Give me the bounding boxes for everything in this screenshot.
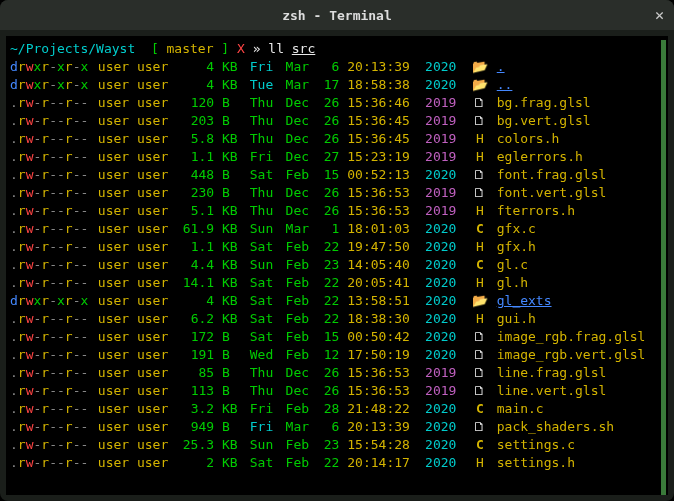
file-name: line.vert.glsl [497,382,607,400]
permissions: .rw-r--r-- [10,130,90,148]
size: 1.1 [176,148,214,166]
list-item: .rw-r--r-- user user 203 B Thu Dec 26 15… [10,112,664,130]
size: 448 [176,166,214,184]
year: 2020 [425,238,463,256]
size: 25.3 [176,436,214,454]
month: Dec [286,184,314,202]
time: 21:48:22 [347,400,417,418]
permissions: .rw-r--r-- [10,328,90,346]
file-type-icon: 📂 [471,292,489,310]
size-unit: KB [222,310,242,328]
weekday: Fri [250,148,278,166]
time: 13:58:51 [347,292,417,310]
group: user [137,256,168,274]
size-unit: B [222,346,242,364]
prompt-cmd: ll [268,41,284,56]
size-unit: KB [222,202,242,220]
permissions: .rw-r--r-- [10,148,90,166]
size: 230 [176,184,214,202]
size: 61.9 [176,220,214,238]
file-type-icon: 🗋 [471,184,489,202]
year: 2020 [425,292,463,310]
size-unit: KB [222,220,242,238]
weekday: Fri [250,418,278,436]
owner: user [98,76,129,94]
year: 2019 [425,94,463,112]
time: 15:36:53 [347,382,417,400]
size: 3.2 [176,400,214,418]
owner: user [98,238,129,256]
month: Dec [286,202,314,220]
size: 191 [176,346,214,364]
permissions: .rw-r--r-- [10,274,90,292]
group: user [137,184,168,202]
file-name: settings.h [497,454,575,472]
day: 26 [321,184,339,202]
year: 2020 [425,454,463,472]
size-unit: B [222,166,242,184]
list-item: drwxr-xr-x user user 4 KB Sat Feb 22 13:… [10,292,664,310]
file-type-icon: 🗋 [471,112,489,130]
owner: user [98,382,129,400]
file-name: gfx.c [497,220,536,238]
month: Feb [286,454,314,472]
month: Dec [286,94,314,112]
permissions: .rw-r--r-- [10,382,90,400]
size-unit: B [222,112,242,130]
group: user [137,238,168,256]
day: 27 [321,148,339,166]
day: 26 [321,130,339,148]
group: user [137,400,168,418]
size: 6.2 [176,310,214,328]
group: user [137,328,168,346]
group: user [137,382,168,400]
group: user [137,418,168,436]
day: 12 [321,346,339,364]
file-type-icon: C [471,436,489,454]
prompt-mark: X [237,41,245,56]
file-name: gl.c [497,256,528,274]
file-name: bg.vert.glsl [497,112,591,130]
file-type-icon: H [471,274,489,292]
scrollbar[interactable] [661,40,666,495]
owner: user [98,112,129,130]
day: 23 [321,256,339,274]
list-item: .rw-r--r-- user user 61.9 KB Sun Mar 1 1… [10,220,664,238]
list-item: .rw-r--r-- user user 6.2 KB Sat Feb 22 1… [10,310,664,328]
branch-name: master [159,41,222,56]
group: user [137,58,168,76]
size-unit: B [222,382,242,400]
month: Feb [286,238,314,256]
size-unit: KB [222,274,242,292]
owner: user [98,166,129,184]
window-title: zsh - Terminal [282,8,392,23]
weekday: Sat [250,274,278,292]
time: 15:36:45 [347,112,417,130]
weekday: Thu [250,382,278,400]
group: user [137,310,168,328]
close-icon[interactable]: ✕ [655,8,664,23]
group: user [137,346,168,364]
titlebar[interactable]: zsh - Terminal ✕ [0,0,674,30]
size-unit: KB [222,292,242,310]
permissions: .rw-r--r-- [10,184,90,202]
weekday: Sun [250,220,278,238]
month: Dec [286,364,314,382]
group: user [137,364,168,382]
permissions: .rw-r--r-- [10,400,90,418]
month: Feb [286,436,314,454]
terminal-viewport[interactable]: ~/Projects/Wayst [ master ] X » ll src d… [6,36,668,495]
month: Feb [286,328,314,346]
month: Dec [286,148,314,166]
permissions: .rw-r--r-- [10,112,90,130]
file-name: gfx.h [497,238,536,256]
month: Feb [286,166,314,184]
file-name: font.vert.glsl [497,184,607,202]
file-type-icon: 🗋 [471,382,489,400]
day: 22 [321,454,339,472]
month: Dec [286,130,314,148]
size-unit: KB [222,256,242,274]
year: 2020 [425,76,463,94]
time: 20:05:41 [347,274,417,292]
group: user [137,76,168,94]
